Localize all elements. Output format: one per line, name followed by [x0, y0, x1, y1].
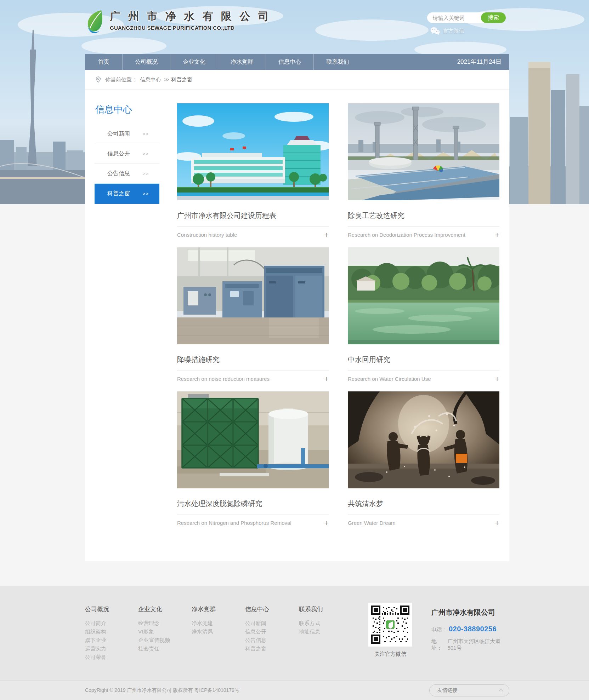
footer-link[interactable]: 公司简介 [85, 619, 109, 627]
plus-icon[interactable]: + [495, 231, 499, 239]
footer-col-party-group: 净水党群 净水党建 净水清风 [192, 605, 216, 636]
footer-company-info: 广州市净水有限公司 电话： 020-38890256 地址： 广州市天河区临江大… [431, 608, 509, 656]
card-water-reuse[interactable]: 中水回用研究 Research on Water Circulation Use… [348, 247, 499, 383]
footer-column-title: 信息中心 [245, 605, 269, 613]
card-subtitle: Research on Water Circulation Use [348, 375, 431, 383]
nav-item-corporate-culture[interactable]: 企业文化 [170, 54, 218, 70]
wechat-label: 官方微信 [443, 28, 464, 34]
company-name: 广 州 市 净 水 有 限 公 司 [110, 9, 271, 24]
nav-item-party-group[interactable]: 净水党群 [218, 54, 266, 70]
card-deodorization[interactable]: 除臭工艺改造研究 Research on Deodorization Proce… [348, 103, 499, 239]
card-title: 污水处理深度脱氮除磷研究 [177, 499, 329, 515]
footer-link[interactable]: 旗下企业 [85, 636, 109, 644]
footer-link[interactable]: 联系方式 [299, 619, 323, 627]
footer-col-contact: 联系我们 联系方式 地址信息 [299, 605, 323, 636]
footer-link[interactable]: 科普之窗 [245, 644, 269, 653]
card-title: 除臭工艺改造研究 [348, 211, 499, 227]
card-subtitle: Research on noise reduction measures [177, 375, 270, 383]
wechat-qr-block: 关注官方微信 [368, 603, 412, 658]
card-nitrogen-phosphorus[interactable]: 污水处理深度脱氮除磷研究 Research on Nitrogen and Ph… [177, 391, 329, 527]
nav-item-contact[interactable]: 联系我们 [314, 54, 362, 70]
footer-link[interactable]: VI形象 [138, 627, 170, 636]
breadcrumb-current: 科普之窗 [171, 76, 192, 83]
company-building-photo [177, 103, 329, 200]
footer: 公司概况 公司简介 组织架构 旗下企业 运营实力 公司荣誉 企业文化 经营理念 … [0, 586, 589, 680]
card-title: 广州市净水有限公司建设历程表 [177, 211, 329, 227]
footer-link[interactable]: 运营实力 [85, 644, 109, 653]
sidebar-item-info-disclosure[interactable]: 信息公开 >> [95, 144, 159, 164]
qr-caption: 关注官方微信 [368, 651, 412, 658]
card-green-water-dream[interactable]: 共筑清水梦 Green Water Dream + [348, 391, 499, 527]
leaf-logo-icon [85, 9, 105, 34]
footer-link[interactable]: 净水清风 [192, 627, 216, 636]
copyright-text: CopyRight © 2019 广州市净水有限公司 版权所有 粤ICP备140… [85, 681, 239, 700]
card-subtitle: Research on Nitrogen and Phosphorus Remo… [177, 520, 291, 527]
nav-item-info-center[interactable]: 信息中心 [266, 54, 314, 70]
wechat-qr-code [368, 603, 412, 647]
footer-link[interactable]: 社会责任 [138, 644, 170, 653]
double-chevron-icon: >> [143, 171, 149, 176]
card-subtitle: Research on Deodorization Process Improv… [348, 231, 465, 239]
double-chevron-icon: >> [143, 151, 149, 156]
sidebar-item-label: 公司新闻 [107, 130, 130, 138]
footer-company-name: 广州市净水有限公司 [431, 608, 509, 617]
footer-col-corporate-culture: 企业文化 经营理念 VI形象 企业宣传视频 社会责任 [138, 605, 170, 653]
address-value: 广州市天河区临江大道501号 [447, 638, 509, 652]
double-chevron-icon: >> [143, 131, 149, 137]
site-header: 广 州 市 净 水 有 限 公 司 GUANGZHOU SEWAGE PURIF… [85, 0, 509, 54]
footer-link[interactable]: 地址信息 [299, 627, 323, 636]
sidebar: 信息中心 公司新闻 >> 信息公开 >> 公告信息 >> 科 [95, 103, 159, 535]
plus-icon[interactable]: + [324, 231, 329, 239]
nav-item-home[interactable]: 首页 [85, 54, 123, 70]
footer-link[interactable]: 公司新闻 [245, 619, 269, 627]
article-card-grid: 广州市净水有限公司建设历程表 Construction history tabl… [177, 103, 499, 535]
content-area: 信息中心 公司新闻 >> 信息公开 >> 公告信息 >> 科 [85, 90, 509, 535]
card-noise-reduction[interactable]: 降噪措施研究 Research on noise reduction measu… [177, 247, 329, 383]
main-nav: 首页 公司概况 企业文化 净水党群 信息中心 联系我们 2021年11月24日 [85, 54, 509, 70]
footer-column-title: 联系我们 [299, 605, 323, 613]
friend-links-select[interactable]: 友情链接 [429, 684, 509, 696]
footer-link[interactable]: 组织架构 [85, 627, 109, 636]
equipment-room-photo [177, 247, 329, 344]
plus-icon[interactable]: + [495, 520, 499, 527]
footer-column-title: 企业文化 [138, 605, 170, 613]
footer-link[interactable]: 经营理念 [138, 619, 170, 627]
company-name-en: GUANGZHOU SEWAGE PURIFICATION CO.,LTD [110, 25, 271, 31]
card-subtitle: Green Water Dream [348, 520, 395, 527]
footer-link[interactable]: 信息公开 [245, 627, 269, 636]
green-tank-photo [177, 391, 329, 488]
location-pin-icon [96, 76, 101, 83]
footer-link[interactable]: 企业宣传视频 [138, 636, 170, 644]
breadcrumb-parent[interactable]: 信息中心 [140, 76, 161, 83]
plus-icon[interactable]: + [495, 375, 499, 383]
breadcrumb-separator: >> [164, 77, 168, 82]
plus-icon[interactable]: + [324, 520, 329, 527]
plus-icon[interactable]: + [324, 375, 329, 383]
sidebar-item-announcements[interactable]: 公告信息 >> [95, 164, 159, 184]
nav-item-company-overview[interactable]: 公司概况 [123, 54, 170, 70]
card-subtitle: Construction history table [177, 231, 237, 239]
card-construction-history[interactable]: 广州市净水有限公司建设历程表 Construction history tabl… [177, 103, 329, 239]
double-chevron-icon: >> [143, 191, 149, 196]
wechat-icon [430, 27, 440, 35]
breadcrumb: 你当前位置： 信息中心 >> 科普之窗 [85, 70, 509, 90]
logo-text: 广 州 市 净 水 有 限 公 司 GUANGZHOU SEWAGE PURIF… [110, 9, 271, 31]
footer-link[interactable]: 公司荣誉 [85, 653, 109, 661]
sewage-plant-photo [348, 103, 499, 200]
address-label: 地址： [431, 638, 446, 652]
phone-label: 电话： [431, 626, 447, 633]
logo[interactable]: 广 州 市 净 水 有 限 公 司 GUANGZHOU SEWAGE PURIF… [85, 9, 271, 34]
footer-link[interactable]: 公告信息 [245, 636, 269, 644]
page-column: 广 州 市 净 水 有 限 公 司 GUANGZHOU SEWAGE PURIF… [85, 0, 509, 561]
search-button[interactable]: 搜索 [481, 12, 506, 23]
sidebar-menu: 公司新闻 >> 信息公开 >> 公告信息 >> 科普之窗 >> [95, 124, 159, 204]
footer-link[interactable]: 净水党建 [192, 619, 216, 627]
friend-links-label: 友情链接 [437, 687, 457, 694]
official-wechat[interactable]: 官方微信 [430, 27, 464, 35]
sidebar-item-company-news[interactable]: 公司新闻 >> [95, 124, 159, 144]
sidebar-item-label: 信息公开 [107, 150, 130, 157]
footer-column-title: 净水党群 [192, 605, 216, 613]
card-title: 共筑清水梦 [348, 499, 499, 515]
card-title: 中水回用研究 [348, 355, 499, 371]
sidebar-item-science-window[interactable]: 科普之窗 >> [95, 184, 159, 204]
